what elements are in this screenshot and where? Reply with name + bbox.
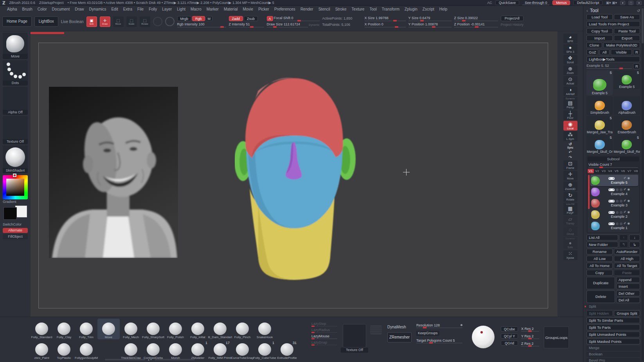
- subtool-scrollbar[interactable]: [588, 175, 590, 209]
- lazy-slider[interactable]: LazyMouse: [311, 334, 337, 339]
- paint-icon[interactable]: ✐: [624, 222, 626, 225]
- menu-item[interactable]: Transform: [382, 7, 399, 11]
- brush-tray-item[interactable]: ContrastDelta: [142, 339, 164, 360]
- color-picker[interactable]: Gradient: [3, 175, 28, 204]
- visibility-tab[interactable]: V7: [626, 169, 633, 173]
- goz-visible-button[interactable]: Visible: [611, 49, 632, 55]
- brush-tray-item[interactable]: Folly_Inflat: [187, 319, 209, 339]
- brush-tray-item[interactable]: ToyPlastic: [53, 339, 75, 360]
- right-shelf-button[interactable]: ◕ BPR: [563, 34, 577, 43]
- brush-tray-item[interactable]: 1 ZModeler: [187, 339, 209, 360]
- texture-slot[interactable]: Texture Off: [343, 324, 366, 348]
- resolution-slider[interactable]: Resolution 128: [416, 323, 462, 328]
- right-shelf-button[interactable]: ↻ Rotate: [563, 192, 577, 202]
- tool-thumbnail[interactable]: 5 Merged_Skull_Re: [613, 135, 640, 154]
- paint-icon[interactable]: ✐: [624, 199, 626, 203]
- material-tile[interactable]: SkinShade4: [3, 145, 28, 173]
- dynamic-subdiv-icon[interactable]: [616, 222, 619, 225]
- menu-item[interactable]: Stroke: [335, 7, 347, 11]
- all-to-home-button[interactable]: All To Home: [586, 263, 613, 269]
- edit-mode-button[interactable]: ▣Edit: [86, 16, 97, 27]
- zremesher-button[interactable]: ZRemesher: [387, 332, 412, 342]
- del-other-button[interactable]: Del Other: [616, 290, 640, 296]
- split-unmasked-button[interactable]: Split Unmasked Points: [586, 332, 640, 337]
- subtool-header[interactable]: Subtool: [588, 157, 639, 161]
- right-shelf-button[interactable]: ┼ Floor: [563, 110, 577, 120]
- export-button[interactable]: Export: [614, 35, 640, 41]
- x-size-slider[interactable]: X Size 1.99788: [365, 16, 406, 21]
- stroke-tile[interactable]: Dots: [3, 60, 28, 86]
- menu-item[interactable]: Zscript: [423, 7, 434, 11]
- brush-tray-item[interactable]: FollygonSculptM: [75, 339, 97, 360]
- tool-thumbnail[interactable]: SimpleBrush: [586, 96, 613, 115]
- m-toggle[interactable]: M: [206, 16, 213, 21]
- goz-r-button[interactable]: R: [633, 49, 640, 55]
- polypaint-toggle[interactable]: [608, 200, 615, 203]
- right-shelf-button[interactable]: ▱ Transp: [563, 216, 577, 226]
- brush-tray-item[interactable]: Morph: [164, 339, 187, 360]
- qgrid-button[interactable]: QGrid: [501, 340, 518, 346]
- rename-button[interactable]: Rename: [586, 249, 613, 254]
- groupsloops-button[interactable]: GroupsLoops: [544, 326, 569, 348]
- import-button[interactable]: Import: [586, 35, 613, 41]
- primitive-preview-sphere[interactable]: [472, 326, 495, 348]
- mrgb-toggle[interactable]: Mrgb: [177, 16, 192, 21]
- primary-color-swatch[interactable]: [4, 207, 17, 220]
- delete-button[interactable]: Delete: [586, 290, 615, 303]
- del-all-button[interactable]: Del All: [616, 297, 640, 303]
- brush-tray-item[interactable]: CurveTubeSnap: [231, 339, 254, 360]
- menu-item[interactable]: Draw: [75, 7, 84, 11]
- right-shelf-button[interactable]: ⁂ L.Sym: [563, 131, 577, 141]
- quicksave-button[interactable]: QuickSave: [495, 0, 520, 5]
- tool-thumbnail[interactable]: 5 Example 5: [586, 70, 613, 95]
- brush-tray-item[interactable]: B_Dam_Standart: [209, 319, 231, 339]
- menu-item[interactable]: Help: [439, 7, 448, 11]
- remesh-icon[interactable]: [620, 222, 622, 225]
- all-high-button[interactable]: All High: [614, 256, 640, 262]
- right-shelf-button[interactable]: ✥ Scroll: [563, 55, 577, 65]
- draw-mode-button[interactable]: ✛Draw: [100, 16, 110, 27]
- scale-mode-button[interactable]: ⬚Scale: [126, 16, 137, 27]
- menu-item[interactable]: Extra: [123, 7, 132, 11]
- brush-tray-item[interactable]: zbro_Paint: [31, 339, 53, 360]
- lazy-slider[interactable]: LazyRadius: [311, 328, 337, 333]
- alternate-toggle[interactable]: Alternate: [3, 228, 28, 233]
- brush-tray-item[interactable]: 31 ExtrudeProfile: [276, 339, 298, 360]
- right-shelf-button[interactable]: ✛ Move: [563, 171, 577, 181]
- menu-item[interactable]: Layer: [162, 7, 172, 11]
- goz-button[interactable]: GoZ: [586, 49, 598, 55]
- y-position-slider[interactable]: Y Position 1.00878: [408, 22, 452, 27]
- groups-split-button[interactable]: Groups Split: [614, 310, 640, 316]
- tool-r-button[interactable]: R: [633, 63, 640, 69]
- new-folder-button[interactable]: New Folder: [586, 242, 618, 247]
- brush-tray-item[interactable]: Move: [97, 319, 120, 339]
- y-res-slider[interactable]: Y Res 2: [521, 334, 539, 339]
- menu-item[interactable]: Brush: [22, 7, 32, 11]
- move-down-button[interactable]: ↓: [629, 235, 640, 240]
- draw-size-slider[interactable]: Draw Size 112.61724: [267, 22, 308, 27]
- brush-tray-item[interactable]: 1 Folly_CubeTube: [254, 339, 276, 360]
- menu-item[interactable]: Tool: [369, 7, 376, 11]
- default-zscript-button[interactable]: DefaultZScript: [573, 0, 603, 5]
- right-shelf-button[interactable]: ↺ Sync: [563, 142, 577, 149]
- visible-count-slider[interactable]: Visible Count 7: [588, 163, 638, 168]
- menu-item[interactable]: Folly: [149, 7, 157, 11]
- paint-icon[interactable]: ✐: [624, 211, 626, 214]
- goz-all-button[interactable]: All: [599, 49, 610, 55]
- split-masked-button[interactable]: Split Masked Points: [586, 339, 640, 344]
- boolean-section-header[interactable]: Boolean: [586, 352, 640, 357]
- z-res-slider[interactable]: Z Res 2: [521, 342, 539, 346]
- brush-tray-item[interactable]: Folly_Mech: [120, 319, 142, 339]
- menu-item[interactable]: File: [137, 7, 144, 11]
- menu-item[interactable]: Marker: [207, 7, 219, 11]
- menu-item[interactable]: Color: [38, 7, 47, 11]
- menu-item[interactable]: Alpha: [7, 7, 17, 11]
- brush-tray-item[interactable]: SnakeHook: [254, 319, 276, 339]
- eye-icon[interactable]: ◉: [627, 199, 630, 203]
- menu-item[interactable]: Stencil: [318, 7, 330, 11]
- dynamic-subdiv-icon[interactable]: [616, 177, 619, 180]
- paste-subtool-button[interactable]: Paste: [614, 270, 640, 276]
- keepgroups-toggle[interactable]: KeepGroups: [416, 331, 439, 336]
- rotate-mode-button[interactable]: ⬚Rotate: [140, 16, 150, 27]
- dynamic-label[interactable]: Dynamic: [309, 22, 319, 27]
